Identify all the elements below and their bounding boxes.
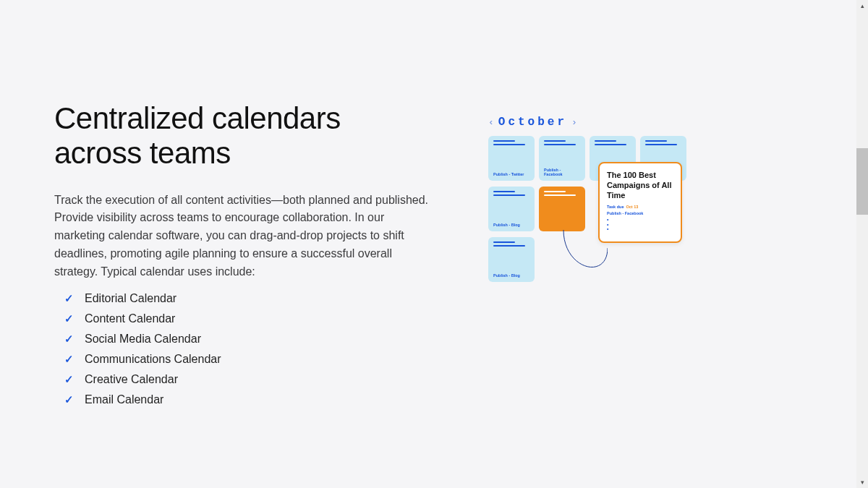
list-item-label: Email Calendar bbox=[85, 393, 163, 406]
list-item: ✓Editorial Calendar bbox=[64, 288, 430, 309]
list-item-label: Editorial Calendar bbox=[85, 292, 176, 305]
list-item: ✓Content Calendar bbox=[64, 309, 430, 329]
detail-dots: ••• bbox=[607, 218, 673, 231]
calendar-card: Publish - Twitter bbox=[488, 136, 535, 181]
detail-task: Task due Oct 13 bbox=[607, 205, 673, 209]
list-item-label: Content Calendar bbox=[85, 312, 175, 325]
card-tag: Publish - Blog bbox=[493, 273, 529, 278]
month-switcher: ‹ October › bbox=[488, 116, 799, 129]
calendar-card: Publish - Blog bbox=[488, 187, 535, 231]
scrollbar-thumb[interactable] bbox=[856, 148, 868, 215]
detail-publish: Publish - Facebook bbox=[607, 211, 673, 215]
calendar-card-active bbox=[539, 187, 585, 231]
check-icon: ✓ bbox=[64, 373, 75, 386]
drag-path-icon bbox=[539, 230, 608, 299]
task-label: Task due bbox=[607, 205, 624, 209]
scrollbar-track[interactable]: ▴ ▾ bbox=[856, 0, 868, 488]
card-tag: Publish - Twitter bbox=[493, 172, 529, 176]
check-icon: ✓ bbox=[64, 353, 75, 366]
list-item-label: Social Media Calendar bbox=[85, 333, 201, 346]
chevron-right-icon: › bbox=[571, 117, 577, 128]
section-heading: Centralized calendars across teams bbox=[54, 101, 430, 171]
check-icon: ✓ bbox=[64, 312, 75, 325]
chevron-left-icon: ‹ bbox=[488, 117, 494, 128]
list-item: ✓Email Calendar bbox=[64, 390, 430, 410]
scroll-down-button[interactable]: ▾ bbox=[856, 476, 868, 488]
calendar-card: Publish - Blog bbox=[488, 237, 535, 282]
content-section: Centralized calendars across teams Track… bbox=[0, 0, 868, 410]
list-item: ✓Communications Calendar bbox=[64, 349, 430, 369]
card-detail-popup: The 100 Best Campaigns of All Time Task … bbox=[598, 162, 682, 243]
feature-checklist: ✓Editorial Calendar ✓Content Calendar ✓S… bbox=[54, 288, 430, 410]
calendar-card: Publish - Facebook bbox=[539, 136, 585, 181]
calendar-illustration: ‹ October › Publish - Twitter Publish - … bbox=[488, 101, 799, 410]
card-tag: Publish - Blog bbox=[493, 223, 529, 227]
card-tag: Publish - Facebook bbox=[544, 168, 580, 176]
task-date: Oct 13 bbox=[626, 205, 639, 209]
calendar-grid: Publish - Twitter Publish - Facebook Pub… bbox=[488, 136, 691, 317]
check-icon: ✓ bbox=[64, 393, 75, 406]
list-item-label: Creative Calendar bbox=[85, 373, 178, 386]
list-item: ✓Creative Calendar bbox=[64, 369, 430, 390]
text-column: Centralized calendars across teams Track… bbox=[54, 101, 430, 410]
month-label: October bbox=[498, 116, 567, 129]
section-description: Track the execution of all content activ… bbox=[54, 192, 430, 281]
check-icon: ✓ bbox=[64, 333, 75, 346]
list-item-label: Communications Calendar bbox=[85, 353, 221, 366]
detail-title: The 100 Best Campaigns of All Time bbox=[607, 171, 673, 200]
scroll-up-button[interactable]: ▴ bbox=[856, 0, 868, 12]
check-icon: ✓ bbox=[64, 292, 75, 305]
list-item: ✓Social Media Calendar bbox=[64, 329, 430, 349]
